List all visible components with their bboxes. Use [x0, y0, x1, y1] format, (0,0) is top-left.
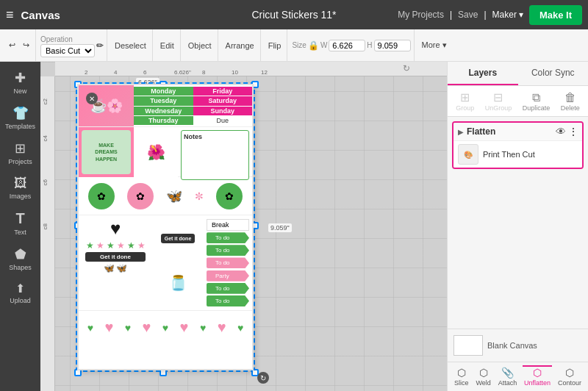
flip-button[interactable]: Flip: [265, 40, 284, 51]
sidebar-item-projects-label: Projects: [8, 158, 32, 165]
contour-icon: ⬡: [565, 367, 574, 379]
sidebar-item-shapes[interactable]: ⬟ Shapes: [0, 242, 40, 276]
deselect-group: Deselect: [109, 29, 153, 61]
todo-3: To do: [207, 257, 249, 268]
more-icon[interactable]: ⋮: [569, 126, 578, 137]
operation-group: Operation Basic Cut ✏: [37, 29, 107, 61]
arrange-button[interactable]: Arrange: [223, 40, 257, 51]
divider: |: [450, 10, 452, 20]
sidebar-item-templates[interactable]: 👕 Templates: [0, 101, 40, 134]
star-5: ★: [127, 240, 135, 251]
party-label: Party: [207, 270, 249, 281]
star-6: ★: [137, 240, 146, 251]
notes-label: Notes: [184, 133, 246, 140]
eye-icon[interactable]: 👁: [556, 126, 566, 137]
close-handle[interactable]: ✕: [86, 93, 98, 104]
attach-button[interactable]: 📎 Attach: [497, 365, 519, 388]
top-right-controls: My Projects | Save | Maker ▾ Make It: [398, 5, 582, 25]
wednesday-cell: Wednesday: [134, 107, 193, 115]
ungroup-label: UnGroup: [485, 104, 512, 112]
redo-button[interactable]: ↪: [20, 39, 32, 51]
edit-button[interactable]: Edit: [157, 40, 177, 51]
flatten-group: ▶ Flatten 👁 ⋮ 🎨 Print Then Cut: [452, 121, 584, 169]
main-toolbar: ↩ ↪ Operation Basic Cut ✏ Deselect Edit …: [0, 29, 588, 62]
todo-1: To do: [207, 232, 249, 243]
small-stickers: ★ ★ ★ ★ ★ ★: [86, 240, 146, 251]
flower-icon-2: ✿: [127, 183, 154, 209]
save-link[interactable]: Save: [458, 10, 478, 20]
arrow-stickers: Break To do To do To do Party To do To d…: [204, 215, 252, 310]
project-title: Cricut Stickers 11*: [251, 9, 336, 21]
tab-layers[interactable]: Layers: [448, 62, 518, 85]
contour-button[interactable]: ⬡ Contour: [556, 365, 583, 388]
undo-button[interactable]: ↩: [6, 39, 18, 51]
my-projects-link[interactable]: My Projects: [398, 10, 444, 20]
delete-button[interactable]: 🗑 Delete: [558, 90, 583, 113]
sidebar-item-projects[interactable]: ⊞ Projects: [0, 136, 40, 170]
unflatten-button[interactable]: ⬡ Unflatten: [523, 365, 552, 388]
notes-sticker: Notes: [181, 130, 249, 180]
weld-icon: ⬡: [479, 367, 488, 379]
heart-pink-4: ♥: [218, 319, 226, 336]
deselect-button[interactable]: Deselect: [112, 40, 149, 51]
thursday-cell: Thursday: [134, 116, 193, 125]
slice-icon: ⬡: [457, 367, 466, 379]
operation-label: Operation Basic Cut: [40, 34, 95, 57]
sidebar-item-text[interactable]: T Text: [0, 206, 40, 240]
upload-icon: ⬆: [15, 281, 25, 295]
make-it-button[interactable]: Make It: [529, 5, 582, 25]
width-input[interactable]: [329, 40, 365, 51]
layer-item-print-then-cut[interactable]: 🎨 Print Then Cut: [453, 140, 582, 168]
delete-icon: 🗑: [564, 91, 576, 104]
sidebar-item-images[interactable]: 🖼 Images: [0, 171, 40, 204]
history-group: ↩ ↪: [3, 29, 36, 61]
maker-button[interactable]: Maker ▾: [492, 10, 523, 20]
group-button[interactable]: ⊞ Group: [453, 89, 477, 113]
slice-button[interactable]: ⬡ Slice: [453, 365, 470, 388]
height-input[interactable]: [374, 40, 411, 51]
day-labels-2: Friday Saturday Sunday Due: [193, 85, 253, 126]
ungroup-icon: ⊟: [493, 90, 503, 104]
sidebar-item-text-label: Text: [14, 229, 26, 236]
weld-button[interactable]: ⬡ Weld: [474, 365, 492, 388]
operation-select[interactable]: Basic Cut: [40, 44, 95, 57]
sidebar-item-upload[interactable]: ⬆ Upload: [0, 277, 40, 309]
todo-4: To do: [207, 283, 249, 294]
tab-color-sync[interactable]: Color Sync: [518, 62, 589, 85]
size-group: Size 🔒 W H: [289, 29, 414, 61]
contour-label: Contour: [558, 379, 581, 387]
menu-icon[interactable]: ≡: [6, 7, 14, 23]
blank-canvas-preview: [453, 335, 483, 356]
sidebar-item-new-label: New: [13, 87, 26, 95]
rotate-handle[interactable]: ↻: [257, 372, 269, 384]
get-it-done-label: Get it done: [161, 234, 196, 243]
canvas-area[interactable]: 2 4 6 6.626" 8 10 12 ↻ c2 c4 c6 c8 6.626…: [40, 62, 447, 391]
heart-pink-3: ♥: [180, 319, 189, 336]
sidebar-item-new[interactable]: ✚ New: [0, 65, 40, 99]
new-icon: ✚: [15, 70, 26, 86]
more-button[interactable]: More ▾: [419, 39, 450, 51]
refresh-icon[interactable]: ↻: [403, 63, 410, 73]
chevron-icon: ▶: [458, 128, 464, 136]
more-group: More ▾: [416, 29, 453, 61]
heart-green-1: ♥: [87, 322, 93, 334]
sidebar-item-templates-label: Templates: [5, 123, 35, 130]
blank-canvas-area: Blank Canvas: [448, 329, 588, 362]
ruler-horizontal: 2 4 6 6.626" 8 10 12 ↻: [55, 62, 447, 76]
left-sidebar: ✚ New 👕 Templates ⊞ Projects 🖼 Images T …: [0, 62, 40, 391]
sticker-sheet: ☕🌸 Monday Tuesday Wednesday Thursday Fri…: [77, 84, 254, 370]
sticker-row-3: ✿ ✿ 🦋 ✼ ✿: [79, 176, 252, 215]
weld-label: Weld: [476, 379, 490, 387]
object-button[interactable]: Object: [185, 40, 215, 51]
duplicate-button[interactable]: ⧉ Duplicate: [520, 90, 553, 113]
duplicate-label: Duplicate: [523, 104, 551, 112]
panel-toolbar: ⊞ Group ⊟ UnGroup ⧉ Duplicate 🗑 Delete: [448, 86, 588, 117]
sunday-cell: Sunday: [193, 107, 253, 115]
templates-icon: 👕: [12, 105, 29, 121]
lock-icon[interactable]: 🔒: [308, 40, 319, 51]
ungroup-button[interactable]: ⊟ UnGroup: [482, 89, 515, 113]
flatten-group-header[interactable]: ▶ Flatten 👁 ⋮: [453, 123, 582, 140]
right-bottom-toolbar: ⬡ Slice ⬡ Weld 📎 Attach ⬡ Unflatten ⬡ Co…: [448, 362, 588, 391]
make-dreams-sticker: MAKEDREAMSHAPPEN: [79, 127, 134, 177]
jar-icon: 🫙: [169, 274, 187, 292]
